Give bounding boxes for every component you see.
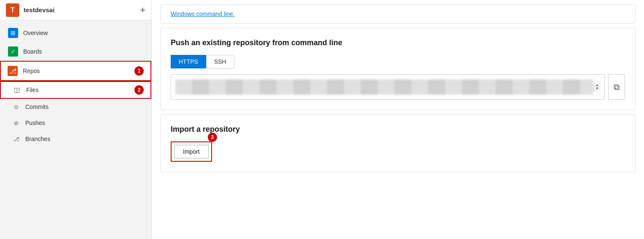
- sidebar-nav: ⊞ Overview ✓ Boards ⎇ Repos 1 ◫ Files 2 …: [0, 20, 151, 150]
- sidebar-item-files[interactable]: ◫ Files 2: [0, 81, 151, 99]
- https-tab[interactable]: HTTPS: [171, 55, 206, 68]
- commits-icon: ⊙: [12, 103, 20, 111]
- sidebar-item-commits[interactable]: ⊙ Commits: [0, 99, 151, 115]
- copy-icon: ⧉: [614, 82, 620, 92]
- org-name: testdevsai: [24, 6, 54, 14]
- sidebar-item-label: Repos: [23, 68, 144, 74]
- import-highlighted-area: Import: [171, 141, 212, 162]
- overview-icon: ⊞: [8, 28, 18, 38]
- import-section-title: Import a repository: [171, 125, 625, 134]
- url-blurred-content: [175, 79, 593, 95]
- badge-2: 2: [134, 85, 144, 95]
- badge-1: 1: [134, 66, 144, 76]
- sidebar: T testdevsai + ⊞ Overview ✓ Boards ⎇ Rep…: [0, 0, 152, 239]
- top-section: Windows command line.: [152, 0, 644, 24]
- sidebar-item-label: Boards: [23, 48, 145, 55]
- url-row: ▲ ▼ ⧉: [171, 74, 625, 100]
- sidebar-item-boards[interactable]: ✓ Boards: [0, 42, 151, 61]
- sidebar-header: T testdevsai +: [0, 0, 151, 20]
- import-button[interactable]: Import: [174, 145, 209, 158]
- url-box: ▲ ▼: [171, 74, 605, 100]
- ssh-tab[interactable]: SSH: [206, 55, 234, 68]
- sidebar-item-label: Pushes: [25, 120, 45, 126]
- org-avatar: T: [6, 3, 19, 17]
- push-section-title: Push an existing repository from command…: [171, 38, 625, 47]
- repos-icon: ⎇: [8, 66, 18, 76]
- sidebar-item-branches[interactable]: ⎇ Branches: [0, 131, 151, 147]
- sidebar-item-label: Files: [26, 87, 39, 93]
- add-button[interactable]: +: [140, 5, 145, 15]
- protocol-tabs: HTTPS SSH: [171, 55, 625, 68]
- sidebar-item-label: Overview: [23, 30, 145, 36]
- branches-icon: ⎇: [12, 135, 20, 143]
- push-section: Push an existing repository from command…: [160, 28, 636, 110]
- main-content: Windows command line. Push an existing r…: [152, 0, 644, 239]
- scroll-down-arrow[interactable]: ▼: [596, 87, 599, 90]
- files-icon: ◫: [13, 86, 21, 94]
- sidebar-item-overview[interactable]: ⊞ Overview: [0, 24, 151, 42]
- sidebar-item-pushes[interactable]: ⊘ Pushes: [0, 115, 151, 131]
- sidebar-item-label: Commits: [25, 103, 48, 110]
- windows-command-line-link[interactable]: Windows command line.: [171, 11, 235, 17]
- url-scrollbar[interactable]: ▲ ▼: [593, 83, 600, 91]
- pushes-icon: ⊘: [12, 119, 20, 127]
- boards-icon: ✓: [8, 46, 18, 57]
- import-section: Import a repository Import 3: [160, 114, 636, 172]
- copy-url-button[interactable]: ⧉: [608, 74, 625, 100]
- badge-3: 3: [208, 133, 217, 142]
- sidebar-item-repos[interactable]: ⎇ Repos 1: [0, 61, 151, 81]
- sidebar-header-left: T testdevsai: [6, 3, 54, 17]
- sidebar-item-label: Branches: [25, 136, 50, 142]
